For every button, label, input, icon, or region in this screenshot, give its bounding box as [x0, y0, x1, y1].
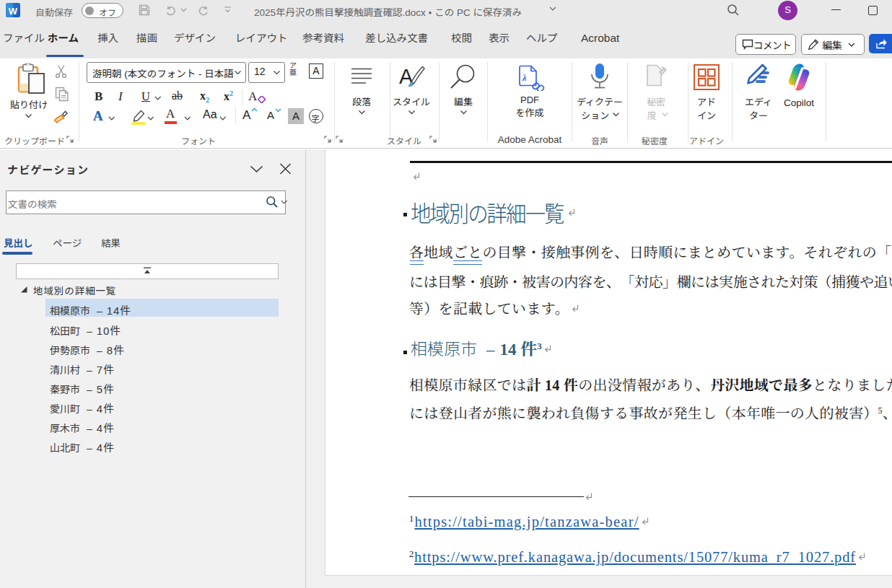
svg-text:W: W [9, 6, 18, 17]
svg-text:λ: λ [522, 72, 527, 83]
